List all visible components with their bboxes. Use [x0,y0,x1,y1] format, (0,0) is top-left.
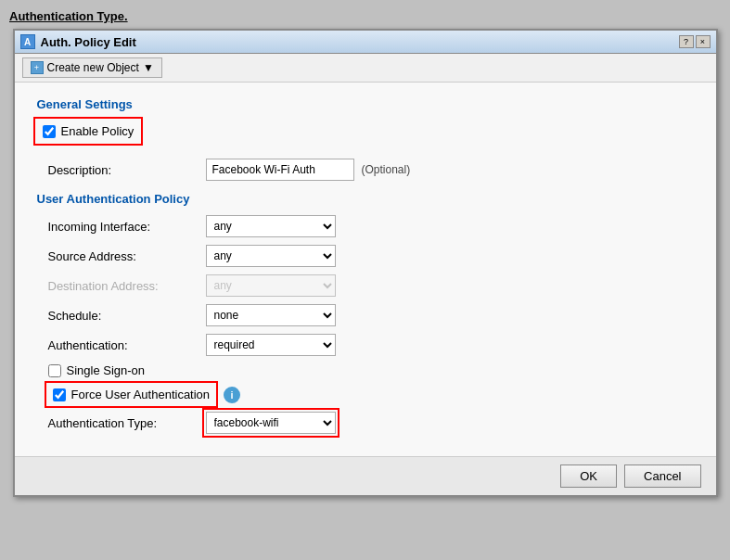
single-signon-row: Single Sign-on [37,363,694,377]
description-label: Description: [48,163,206,177]
destination-address-select: any [206,274,336,297]
dialog-footer: OK Cancel [15,456,716,495]
enable-policy-label[interactable]: Enable Policy [61,124,134,138]
auth-type-row: Authentication Type: facebook-wifi local… [37,412,694,434]
schedule-select[interactable]: none always once [206,304,336,326]
dialog-title-icon: A [20,34,35,49]
auth-type-controls: facebook-wifi local radius ldap [206,412,336,434]
enable-policy-row: Enable Policy [37,121,140,142]
authentication-controls: required optional none [206,334,336,356]
incoming-interface-controls: any wan1 wan2 internal [206,215,336,237]
create-dropdown-arrow: ▼ [143,61,154,74]
force-user-auth-checkbox[interactable] [53,388,66,401]
authentication-row: Authentication: required optional none [37,334,694,356]
source-address-controls: any all local [206,245,336,267]
destination-address-row: Destination Address: any [37,274,694,297]
force-user-auth-label[interactable]: Force User Authentication [71,388,211,401]
enable-policy-checkbox[interactable] [43,125,56,138]
schedule-controls: none always once [206,304,336,326]
dialog-title-text: Auth. Policy Edit [41,35,136,49]
dialog-controls: ? × [679,35,711,48]
general-settings-title: General Settings [37,97,694,111]
destination-address-controls: any [206,274,336,297]
info-icon[interactable]: i [224,387,240,403]
force-user-auth-row: Force User Authentication i [37,385,694,404]
cancel-button[interactable]: Cancel [624,465,700,488]
close-button[interactable]: × [696,35,711,48]
create-icon: + [31,61,44,74]
description-row: Description: (Optional) [37,159,694,181]
dialog-content: General Settings Enable Policy Descripti… [15,83,716,456]
source-address-select[interactable]: any all local [206,245,336,267]
schedule-row: Schedule: none always once [37,304,694,326]
authentication-select[interactable]: required optional none [206,334,336,356]
description-input[interactable] [206,159,354,181]
help-button[interactable]: ? [679,35,694,48]
description-controls: (Optional) [206,159,411,181]
source-address-row: Source Address: any all local [37,245,694,267]
incoming-interface-label: Incoming Interface: [48,220,206,234]
single-signon-checkbox[interactable] [48,364,61,377]
dialog-title-left: A Auth. Policy Edit [20,34,136,49]
user-auth-section: User Authentication Policy Incoming Inte… [37,192,694,434]
optional-label: (Optional) [362,163,411,176]
general-settings-section: General Settings Enable Policy Descripti… [37,97,694,181]
ok-button[interactable]: OK [560,465,617,488]
incoming-interface-select[interactable]: any wan1 wan2 internal [206,215,336,237]
incoming-interface-row: Incoming Interface: any wan1 wan2 intern… [37,215,694,237]
single-signon-label[interactable]: Single Sign-on [67,363,146,377]
schedule-label: Schedule: [48,309,206,323]
destination-address-label: Destination Address: [48,279,206,293]
authentication-label: Authentication: [48,338,206,352]
user-auth-title: User Authentication Policy [37,192,694,206]
auth-type-label: Authentication Type: [48,416,206,430]
auth-policy-dialog: A Auth. Policy Edit ? × + Create new Obj… [13,29,718,497]
dialog-titlebar: A Auth. Policy Edit ? × [15,31,716,54]
source-address-label: Source Address: [48,249,206,263]
dialog-toolbar: + Create new Object ▼ [15,54,716,83]
context-label: Authentication Type. [9,9,128,23]
auth-type-select[interactable]: facebook-wifi local radius ldap [206,412,336,434]
create-new-object-button[interactable]: + Create new Object ▼ [22,57,162,78]
